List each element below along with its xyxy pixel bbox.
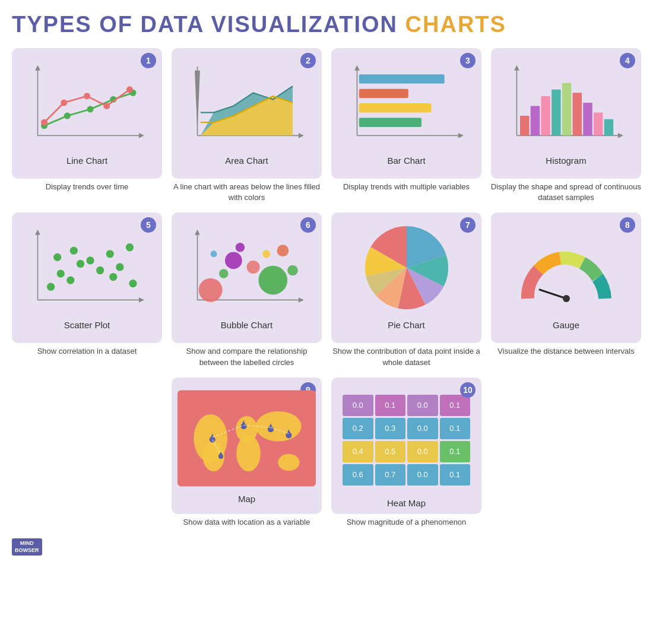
- card-map: 9: [172, 377, 322, 514]
- desc-area: A line chart with areas below the lines …: [172, 182, 322, 203]
- svg-marker-22: [354, 65, 360, 71]
- svg-rect-33: [531, 106, 540, 136]
- heatmap-cell: 0.1: [440, 395, 471, 416]
- card-wrap-bar: 3 Bar Chart Display trends with multiple…: [331, 48, 481, 203]
- chart-histogram-viz: [497, 54, 635, 152]
- svg-marker-23: [458, 133, 464, 138]
- desc-map: Show data with location as a variable: [183, 517, 310, 528]
- chart-scatter-viz: [18, 218, 156, 316]
- scatter-svg: [18, 224, 156, 316]
- chart-gauge-viz: [497, 218, 635, 316]
- card-pie: 7: [331, 212, 481, 343]
- svg-point-80: [256, 411, 302, 442]
- card-bubble: 6: [172, 212, 322, 343]
- line-chart-svg: [18, 60, 156, 152]
- svg-point-13: [126, 86, 133, 93]
- desc-bubble: Show and compare the relationship betwee…: [172, 346, 322, 367]
- svg-point-51: [96, 267, 104, 274]
- desc-gauge: Visualize the distance between intervals: [497, 346, 634, 357]
- label-scatter: Scatter Plot: [64, 320, 110, 330]
- card-area: 2 Area Chart: [172, 48, 322, 179]
- heatmap-cell: 0.3: [375, 418, 406, 439]
- chart-line: [18, 54, 156, 152]
- label-pie: Pie Chart: [388, 320, 425, 330]
- svg-point-79: [236, 435, 261, 471]
- heatmap-grid: 0.00.10.00.10.20.30.00.10.40.50.00.10.60…: [340, 392, 473, 488]
- gauge-svg: [516, 245, 617, 310]
- desc-pie: Show the contribution of data point insi…: [331, 346, 481, 367]
- desc-line: Display trends over time: [46, 182, 128, 192]
- card-gauge: 8: [491, 212, 641, 343]
- svg-rect-24: [359, 74, 445, 84]
- label-line: Line Chart: [66, 156, 107, 166]
- svg-rect-39: [594, 113, 603, 136]
- svg-marker-31: [618, 133, 623, 138]
- svg-point-62: [199, 278, 223, 302]
- svg-point-5: [64, 113, 71, 119]
- card-line: 1: [12, 48, 162, 179]
- heatmap-cell: 0.7: [375, 464, 406, 486]
- svg-point-56: [109, 273, 117, 281]
- card-wrap-pie: 7: [331, 212, 481, 367]
- label-bubble: Bubble Chart: [221, 320, 273, 330]
- heatmap-cell: 0.0: [407, 418, 438, 439]
- page-title: TYPES OF DATA VISUALIZATION CHARTS: [12, 12, 641, 37]
- heatmap-cell: 0.1: [440, 464, 471, 486]
- chart-grid-row2: 5: [12, 212, 641, 367]
- card-wrap-heatmap: 10 0.00.10.00.10.20.30.00.10.40.50.00.10…: [331, 377, 481, 528]
- area-chart-svg: [177, 60, 316, 152]
- svg-point-52: [106, 250, 114, 258]
- heatmap-cell: 0.6: [343, 464, 373, 486]
- svg-point-67: [219, 269, 229, 279]
- card-wrap-scatter: 5: [12, 212, 162, 367]
- svg-marker-3: [139, 133, 144, 138]
- logo-box: MIND BOWSER: [12, 538, 42, 556]
- card-scatter: 5: [12, 212, 162, 343]
- svg-point-45: [47, 283, 55, 291]
- svg-rect-34: [541, 96, 550, 135]
- card-wrap-histogram: 4 Histog: [491, 48, 641, 203]
- bubble-svg: [177, 224, 316, 316]
- svg-marker-30: [514, 65, 519, 71]
- heatmap-cell: 0.0: [407, 395, 438, 416]
- svg-point-54: [126, 243, 134, 251]
- svg-point-9: [41, 119, 47, 126]
- svg-marker-16: [195, 71, 200, 133]
- svg-point-49: [86, 257, 94, 265]
- heatmap-cell: 0.0: [343, 395, 373, 416]
- svg-point-64: [225, 252, 242, 269]
- svg-marker-60: [195, 230, 200, 235]
- pie-chart-svg: [365, 226, 448, 309]
- svg-point-57: [129, 280, 137, 287]
- map-svg: [177, 386, 316, 490]
- heatmap-cell: 0.2: [343, 418, 373, 439]
- svg-marker-44: [139, 297, 144, 303]
- desc-scatter: Show correlation in a dataset: [37, 346, 137, 357]
- label-area: Area Chart: [225, 156, 268, 166]
- svg-point-71: [211, 251, 217, 258]
- heatmap-cell: 0.4: [343, 441, 373, 462]
- svg-point-69: [262, 250, 270, 258]
- card-histogram: 4 Histog: [491, 48, 641, 179]
- svg-point-63: [258, 266, 287, 295]
- label-heatmap: Heat Map: [387, 498, 426, 508]
- label-map: Map: [238, 494, 255, 504]
- desc-heatmap: Show magnitude of a phenomenon: [347, 517, 467, 528]
- svg-rect-32: [520, 116, 530, 135]
- bar-chart-svg: [337, 60, 476, 152]
- svg-marker-17: [299, 133, 304, 138]
- svg-marker-43: [35, 230, 40, 235]
- label-histogram: Histogram: [546, 156, 586, 166]
- heatmap-cell: 0.1: [375, 395, 406, 416]
- label-gauge: Gauge: [553, 320, 579, 330]
- heatmap-cell: 0.0: [407, 441, 438, 462]
- svg-point-10: [61, 99, 67, 106]
- svg-point-55: [70, 247, 78, 255]
- card-wrap-line: 1: [12, 48, 162, 203]
- logo-area: MIND BOWSER: [12, 538, 641, 556]
- svg-point-81: [278, 454, 299, 471]
- svg-point-46: [57, 270, 65, 278]
- chart-grid-row3: 9: [12, 377, 641, 528]
- svg-point-6: [87, 106, 94, 113]
- label-bar: Bar Chart: [387, 156, 425, 166]
